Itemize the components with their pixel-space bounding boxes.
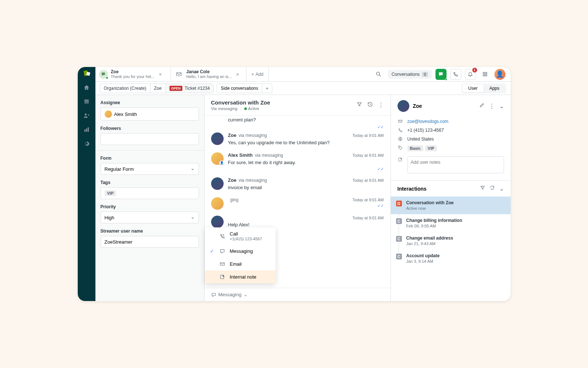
- breadcrumb-org[interactable]: Organization (Create): [100, 84, 150, 93]
- edit-icon[interactable]: [479, 103, 484, 110]
- svg-rect-1: [84, 101, 89, 102]
- conversations-count: 0: [422, 72, 428, 77]
- close-icon[interactable]: ×: [159, 71, 162, 77]
- interaction-item[interactable]: C Account updateJan 3, 9:14 AM: [391, 250, 511, 267]
- home-icon[interactable]: [83, 84, 90, 91]
- tags-label: Tags: [101, 180, 199, 185]
- tags-field[interactable]: VIP: [101, 187, 199, 199]
- conversation-status: Active: [248, 106, 259, 111]
- status-dot-icon: [244, 107, 247, 110]
- composer-channel-select[interactable]: Messaging⌄: [204, 288, 391, 301]
- interaction-title: Change email address: [406, 236, 453, 241]
- tab-title: Janae Cole: [186, 69, 232, 74]
- filter-icon[interactable]: [357, 102, 362, 109]
- message-time: Today at 9:01 AM: [353, 216, 384, 220]
- right-panel: Zoe ⋮ ⌄ zoe@lovesdogs.com +1 (415) 123-4…: [391, 95, 511, 301]
- svg-rect-5: [86, 128, 87, 132]
- user-notes-input[interactable]: [407, 156, 504, 173]
- message-text: invoice by email: [228, 184, 384, 191]
- message-time: Today at 9:01 AM: [353, 178, 384, 183]
- open-badge: OPEN: [169, 86, 183, 91]
- channel-internal-note[interactable]: Internal note: [205, 270, 276, 283]
- bell-icon[interactable]: 1: [465, 69, 476, 80]
- streamer-label: Streamer user name: [101, 229, 199, 234]
- interaction-item[interactable]: C Change billing informationFeb 08, 9:05…: [391, 214, 511, 232]
- history-icon[interactable]: [367, 102, 373, 109]
- side-conversations-button[interactable]: Side conversations: [217, 84, 262, 93]
- interaction-item[interactable]: O Conversation with ZoeActive now: [391, 197, 511, 214]
- conversation-via: Via messaging: [211, 106, 238, 111]
- app-window: ZoeThank you for your hel... × Janae Col…: [78, 67, 511, 301]
- tab-subtitle: Hello, I am having an is...: [186, 74, 232, 79]
- filter-icon[interactable]: [480, 185, 485, 192]
- profile-details: zoe@lovesdogs.com +1 (415) 123-4567 Unit…: [391, 117, 511, 180]
- more-icon[interactable]: ⋮: [378, 102, 384, 109]
- user-avatar[interactable]: 👤: [494, 69, 505, 80]
- tag-chip: VIP: [425, 145, 437, 151]
- refresh-icon[interactable]: [490, 185, 495, 192]
- profile-email[interactable]: zoe@lovesdogs.com: [407, 119, 449, 124]
- settings-icon[interactable]: [83, 140, 90, 147]
- add-tab[interactable]: +Add: [246, 67, 269, 81]
- tab-zoe[interactable]: ZoeThank you for your hel... ×: [95, 67, 171, 81]
- globe-icon: [398, 137, 403, 141]
- tab-subtitle: Thank you for your hel...: [111, 74, 155, 79]
- breadcrumb-ticket[interactable]: OPENTicket #1234: [166, 84, 214, 93]
- svg-rect-0: [84, 100, 89, 101]
- channel-call[interactable]: Call+1(415) 123-4567: [205, 227, 276, 245]
- tab-janae[interactable]: Janae ColeHello, I am having an is... ×: [171, 67, 246, 81]
- assignee-field[interactable]: Alex Smith: [101, 107, 199, 121]
- plus-icon: +: [252, 72, 254, 77]
- svg-rect-11: [483, 75, 485, 76]
- streamer-field[interactable]: ZoeStreamer: [101, 236, 199, 248]
- message-name: Zoe: [228, 132, 237, 138]
- channel-messaging[interactable]: ✓Messaging: [205, 245, 276, 258]
- check-icon: ✓: [210, 248, 215, 254]
- add-side-conv-button[interactable]: +: [262, 85, 272, 91]
- interactions-list: O Conversation with ZoeActive nowC Chang…: [391, 197, 511, 301]
- phone-icon[interactable]: [450, 69, 461, 80]
- message-avatar: [211, 216, 224, 228]
- assignee-avatar: [105, 110, 112, 118]
- envelope-icon: [220, 261, 225, 267]
- chat-avatar-icon: [99, 70, 108, 79]
- priority-select[interactable]: High: [101, 212, 199, 223]
- message-avatar: [211, 177, 224, 190]
- profile-location: United States: [407, 137, 434, 142]
- envelope-icon: [175, 70, 183, 79]
- svg-rect-9: [483, 72, 485, 74]
- chat-button[interactable]: [435, 69, 447, 80]
- reports-icon[interactable]: [83, 126, 90, 133]
- more-icon[interactable]: ⋮: [489, 103, 495, 110]
- breadcrumb-user[interactable]: Zoe: [150, 84, 166, 93]
- svg-rect-7: [176, 72, 181, 76]
- brand-logo[interactable]: [83, 71, 90, 77]
- svg-point-3: [85, 113, 87, 115]
- toggle-apps[interactable]: Apps: [483, 84, 505, 92]
- views-icon[interactable]: [83, 98, 90, 105]
- read-receipt-icon: ✓✓: [228, 167, 384, 171]
- close-icon[interactable]: ×: [236, 71, 239, 77]
- interaction-title: Conversation with Zoe: [406, 200, 454, 205]
- interaction-badge: C: [396, 236, 402, 242]
- toggle-user[interactable]: User: [462, 84, 483, 92]
- interaction-title: Account update: [406, 253, 440, 258]
- interaction-badge: C: [396, 254, 402, 259]
- form-select[interactable]: Regular Form: [101, 163, 199, 175]
- chevron-down-icon[interactable]: ⌄: [499, 103, 504, 110]
- message-via: via messaging: [239, 133, 267, 138]
- interaction-item[interactable]: C Change email addressJan 21, 9:43 AM: [391, 232, 511, 250]
- customers-icon[interactable]: [83, 112, 90, 119]
- channel-email[interactable]: Email: [205, 258, 276, 270]
- top-actions: Conversations0 1 👤: [373, 69, 511, 80]
- profile-phone: +1 (415) 123-4567: [407, 128, 444, 133]
- message-avatar: [211, 132, 224, 145]
- breadcrumb-bar: Organization (Create) Zoe OPENTicket #12…: [95, 82, 511, 95]
- chevron-down-icon[interactable]: ⌄: [499, 185, 504, 192]
- message-time: Today at 9:01 AM: [353, 133, 384, 138]
- message-time: Today at 9:01 AM: [353, 198, 384, 202]
- conversations-button[interactable]: Conversations0: [388, 70, 432, 79]
- search-icon[interactable]: [373, 69, 384, 80]
- apps-grid-icon[interactable]: [480, 69, 491, 80]
- followers-field[interactable]: [101, 133, 199, 145]
